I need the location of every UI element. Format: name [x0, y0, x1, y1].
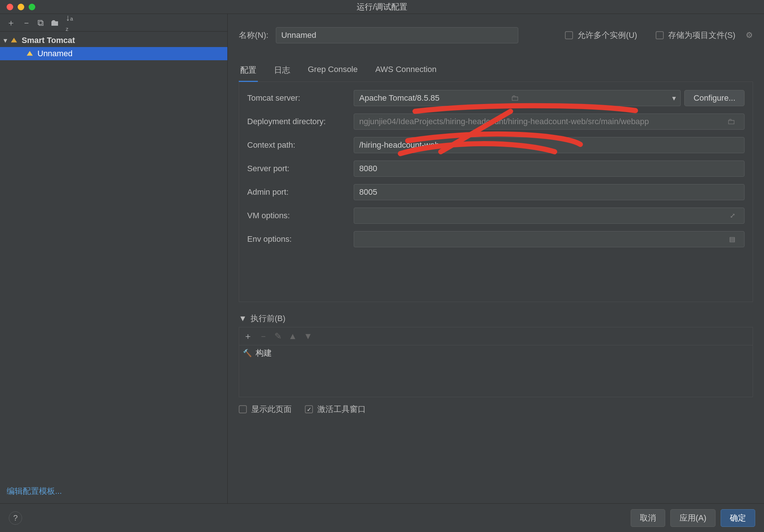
show-page-checkbox[interactable]: 显示此页面: [239, 404, 292, 415]
titlebar: 运行/调试配置: [0, 0, 764, 14]
before-launch-header[interactable]: ▼ 执行前(B): [239, 313, 753, 324]
configure-button[interactable]: Configure...: [684, 90, 745, 106]
admin-port-label: Admin port:: [247, 187, 354, 197]
tree-root-label: Smart Tomcat: [22, 36, 75, 45]
ok-button[interactable]: 确定: [721, 509, 755, 527]
deployment-dir-input[interactable]: ngjunjie04/IdeaProjects/hiring-headcount…: [359, 117, 724, 126]
tab-logs[interactable]: 日志: [273, 62, 292, 82]
expand-icon[interactable]: ⤢: [726, 212, 739, 220]
checkbox-icon: [305, 405, 313, 413]
context-path-label: Context path:: [247, 140, 354, 150]
help-button[interactable]: ?: [9, 511, 22, 525]
tab-config[interactable]: 配置: [239, 62, 258, 82]
dropdown-icon[interactable]: ▾: [667, 90, 681, 106]
sort-config-icon[interactable]: ↓az: [66, 12, 73, 33]
chevron-down-icon: ▾: [4, 36, 7, 44]
before-launch-title: 执行前(B): [251, 313, 285, 324]
main-panel: 名称(N): 允许多个实例(U) 存储为项目文件(S) ⚙ 配置 日志 Grep…: [228, 14, 764, 503]
chevron-down-icon: ▼: [239, 314, 247, 323]
env-options-label: Env options:: [247, 234, 354, 244]
remove-config-icon[interactable]: －: [22, 17, 31, 29]
tomcat-server-value[interactable]: Apache Tomcat/8.5.85 🗀: [354, 90, 667, 106]
store-as-project-file-checkbox[interactable]: 存储为项目文件(S): [656, 30, 735, 41]
tomcat-icon: [10, 36, 18, 44]
folder-icon[interactable]: 🗀: [507, 93, 663, 103]
save-config-icon[interactable]: 🖿: [50, 18, 59, 28]
edit-templates-link[interactable]: 编辑配置模板...: [0, 479, 227, 503]
bottom-checks: 显示此页面 激活工具窗口: [239, 404, 753, 415]
show-page-label: 显示此页面: [251, 404, 292, 415]
config-form: Tomcat server: Apache Tomcat/8.5.85 🗀 ▾ …: [239, 82, 753, 302]
admin-port-input[interactable]: [354, 184, 745, 200]
list-icon[interactable]: ▤: [725, 235, 739, 243]
header-row: 名称(N): 允许多个实例(U) 存储为项目文件(S) ⚙: [239, 27, 753, 43]
checkbox-icon: [656, 31, 664, 39]
sidebar: ＋ － ⧉ 🖿 ↓az ▾ Smart Tomcat Unnamed 编辑配置模…: [0, 14, 228, 503]
before-launch-item-build[interactable]: 🔨 构建: [243, 348, 749, 359]
context-path-input[interactable]: [354, 137, 745, 153]
edit-task-icon[interactable]: ✎: [274, 331, 282, 341]
add-task-icon[interactable]: ＋: [244, 330, 252, 342]
tab-bar: 配置 日志 Grep Console AWS Connection: [239, 62, 753, 82]
before-launch-box: ＋ － ✎ ▲ ▼ 🔨 构建: [239, 327, 753, 397]
cancel-button[interactable]: 取消: [631, 509, 665, 527]
tab-aws-connection[interactable]: AWS Connection: [374, 62, 438, 82]
move-down-icon[interactable]: ▼: [304, 331, 313, 341]
gear-icon[interactable]: ⚙: [746, 30, 753, 40]
move-up-icon[interactable]: ▲: [288, 331, 297, 341]
activate-tool-window-checkbox[interactable]: 激活工具窗口: [305, 404, 366, 415]
checkbox-icon: [565, 31, 573, 39]
apply-button[interactable]: 应用(A): [670, 509, 716, 527]
copy-config-icon[interactable]: ⧉: [37, 18, 44, 28]
name-label: 名称(N):: [239, 30, 269, 41]
tomcat-server-combo[interactable]: Apache Tomcat/8.5.85 🗀 ▾: [354, 90, 681, 106]
folder-icon[interactable]: 🗀: [724, 117, 739, 126]
vm-options-label: VM options:: [247, 211, 354, 220]
tomcat-icon: [26, 50, 34, 58]
sidebar-toolbar: ＋ － ⧉ 🖿 ↓az: [0, 14, 227, 32]
tab-grep-console[interactable]: Grep Console: [306, 62, 359, 82]
window-title: 运行/调试配置: [0, 1, 764, 12]
tomcat-server-label: Tomcat server:: [247, 93, 354, 103]
allow-multiple-label: 允许多个实例(U): [577, 30, 637, 41]
before-launch-toolbar: ＋ － ✎ ▲ ▼: [239, 327, 753, 345]
checkbox-icon: [239, 405, 247, 413]
dialog-footer: ? 取消 应用(A) 确定: [0, 503, 764, 532]
deployment-dir-label: Deployment directory:: [247, 117, 354, 126]
config-tree: ▾ Smart Tomcat Unnamed: [0, 32, 227, 479]
activate-tool-window-label: 激活工具窗口: [317, 404, 366, 415]
tree-item-label: Unnamed: [37, 49, 72, 58]
tree-item-unnamed[interactable]: Unnamed: [0, 47, 227, 60]
remove-task-icon[interactable]: －: [259, 330, 268, 342]
env-options-input[interactable]: [359, 234, 725, 244]
add-config-icon[interactable]: ＋: [7, 17, 15, 29]
before-launch-item-label: 构建: [256, 348, 272, 359]
hammer-icon: 🔨: [243, 349, 252, 357]
before-launch-list[interactable]: 🔨 构建: [239, 345, 753, 397]
store-as-project-file-label: 存储为项目文件(S): [668, 30, 735, 41]
tree-root-smart-tomcat[interactable]: ▾ Smart Tomcat: [0, 34, 227, 47]
server-port-input[interactable]: [354, 161, 745, 177]
config-name-input[interactable]: [276, 27, 518, 43]
server-port-label: Server port:: [247, 164, 354, 173]
allow-multiple-checkbox[interactable]: 允许多个实例(U): [565, 30, 637, 41]
vm-options-input[interactable]: [359, 211, 726, 220]
